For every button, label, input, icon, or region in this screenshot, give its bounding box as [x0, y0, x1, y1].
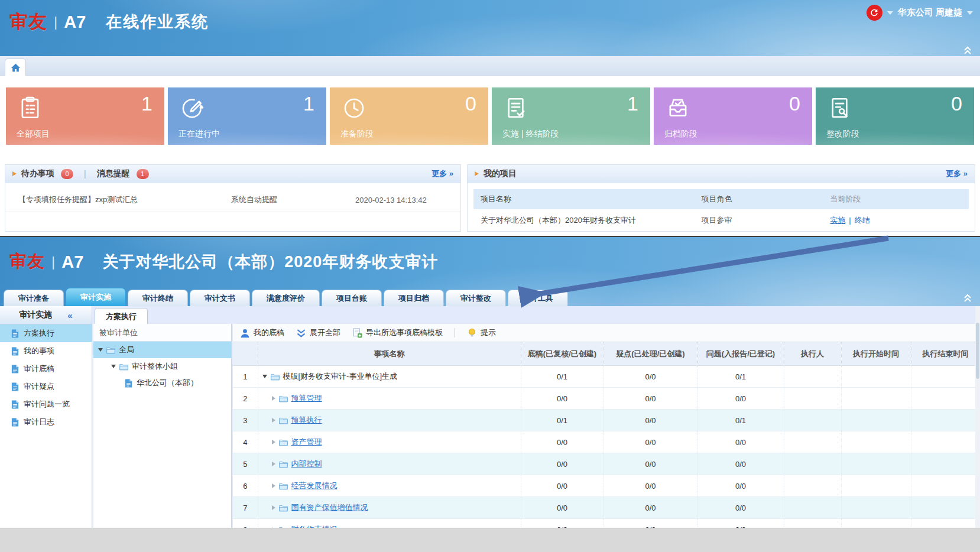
cell-end-time: [911, 497, 980, 519]
matter-row[interactable]: 3预算执行0/10/00/1: [233, 410, 980, 431]
collapsed-caret-icon[interactable]: [272, 483, 275, 488]
matter-name[interactable]: 国有资产保值增值情况: [291, 502, 368, 513]
matter-row[interactable]: 5内部控制0/00/00/0: [233, 453, 980, 475]
sidebar-item[interactable]: 我的事项: [0, 342, 92, 360]
stage-conclude-link[interactable]: 终结: [855, 216, 870, 225]
stat-card[interactable]: 0准备阶段: [330, 87, 488, 145]
matter-row[interactable]: 7国有资产保值增值情况0/00/00/0: [233, 497, 980, 519]
matter-name[interactable]: 模版[财务收支审计-事业单位]生成: [283, 371, 398, 382]
row-number: 7: [233, 497, 258, 519]
user-name[interactable]: 华东公司 周建婕: [898, 7, 962, 18]
sidebar-item[interactable]: 审计日志: [0, 413, 92, 431]
sidebar-item[interactable]: 审计底稿: [0, 360, 92, 378]
todo-more-link[interactable]: 更多 »: [431, 168, 453, 179]
column-header[interactable]: 疑点(已处理/已创建): [603, 342, 697, 366]
stat-card[interactable]: 1正在进行中: [168, 87, 326, 145]
collapsed-caret-icon[interactable]: [272, 418, 275, 423]
project-content: 审计实施 « 方案执行我的事项审计底稿审计疑点审计问题一览审计日志 方案执行 被…: [0, 306, 980, 528]
cell-doubts: 0/0: [603, 366, 697, 388]
document-icon: [11, 400, 20, 409]
matter-name[interactable]: 经营发展情况: [291, 480, 338, 491]
collapsed-caret-icon[interactable]: [272, 440, 275, 444]
tip-icon: [467, 328, 477, 338]
stage-implement-link[interactable]: 实施: [830, 216, 845, 225]
caret-down-icon[interactable]: [887, 11, 893, 15]
project-tab[interactable]: 项目台账: [322, 290, 382, 306]
matter-row[interactable]: 6经营发展情况0/00/00/0: [233, 475, 980, 497]
project-tab[interactable]: 审计文书: [190, 290, 250, 306]
row-number: 1: [233, 366, 258, 388]
collapsed-caret-icon[interactable]: [272, 462, 275, 466]
project-tab[interactable]: 审计终结: [128, 290, 188, 306]
toolbar-button[interactable]: 我的底稿: [240, 327, 284, 338]
sidebar-collapse-icon[interactable]: «: [67, 310, 72, 320]
rectify-stage-icon: [828, 96, 852, 121]
matter-name[interactable]: 内部控制: [291, 459, 322, 469]
matter-name-cell: 内部控制: [259, 459, 520, 469]
column-header[interactable]: 执行结束时间: [911, 342, 980, 366]
tab-home[interactable]: [5, 59, 26, 76]
cell-start-time: [841, 475, 911, 497]
column-header[interactable]: 底稿(已复核/已创建): [521, 342, 603, 366]
matter-name[interactable]: 预算管理: [291, 393, 322, 404]
matter-name[interactable]: 预算执行: [291, 415, 322, 426]
collapse-tabs-icon[interactable]: [962, 293, 973, 303]
caret-down-icon[interactable]: [967, 11, 973, 15]
stat-card[interactable]: 1全部项目: [6, 87, 164, 145]
expanded-caret-icon[interactable]: [262, 375, 267, 378]
tree-node[interactable]: 华北公司（本部）: [93, 375, 231, 391]
matter-row[interactable]: 2预算管理0/00/00/0: [233, 388, 980, 410]
unit-tree: 全局审计整体小组华北公司（本部）: [93, 342, 231, 391]
stat-card[interactable]: 0归档阶段: [654, 87, 812, 145]
column-header[interactable]: 执行开始时间: [841, 342, 911, 366]
message-row[interactable]: 【专项填报任务提醒】zxp测试汇总 系统自动提醒 2020-02-13 14:1…: [5, 188, 460, 212]
expanded-caret-icon[interactable]: [111, 365, 116, 368]
refresh-button[interactable]: [867, 5, 882, 21]
projects-more-link[interactable]: 更多 »: [946, 168, 968, 179]
scrollbar-thumb[interactable]: [976, 323, 979, 379]
toolbar-button[interactable]: 导出所选事项底稿模板: [352, 327, 443, 338]
brand-divider: |: [51, 254, 55, 270]
project-tab[interactable]: 项目归档: [384, 290, 444, 306]
project-tab[interactable]: 审计实施: [66, 288, 126, 306]
toolbar-button[interactable]: 展开全部: [296, 327, 340, 338]
column-header[interactable]: 问题(入报告/已登记): [697, 342, 784, 366]
project-tab[interactable]: 审计整改: [446, 290, 506, 306]
collapsed-caret-icon[interactable]: [272, 396, 275, 401]
vertical-scrollbar[interactable]: [975, 306, 980, 528]
message-title[interactable]: 【专项填报任务提醒】zxp测试汇总: [5, 194, 231, 205]
sidebar-item[interactable]: 审计问题一览: [0, 395, 92, 413]
project-tab[interactable]: 审计准备: [4, 290, 64, 306]
tree-node[interactable]: 审计整体小组: [93, 358, 231, 375]
matter-name[interactable]: 资产管理: [291, 437, 322, 447]
cell-executor: [784, 410, 841, 431]
project-name[interactable]: 关于对华北公司（本部）2020年财务收支审计: [473, 215, 701, 226]
project-tab[interactable]: 审计工具: [508, 290, 568, 306]
expanded-caret-icon[interactable]: [98, 348, 103, 352]
stat-label: 实施 | 终结阶段: [502, 129, 559, 139]
tree-node[interactable]: 全局: [93, 342, 231, 358]
collapse-header-icon[interactable]: [962, 46, 973, 55]
sidebar-item[interactable]: 方案执行: [0, 324, 92, 342]
tab-separator: |: [84, 169, 86, 178]
tab-todo-items[interactable]: 待办事项: [21, 168, 54, 179]
tab-plan-execution[interactable]: 方案执行: [95, 308, 148, 324]
project-window-header: 审友 | A7 关于对华北公司（本部）2020年财务收支审计 审计准备审计实施审…: [0, 236, 980, 306]
column-header[interactable]: 执行人: [784, 342, 841, 366]
sidebar-item[interactable]: 审计疑点: [0, 378, 92, 395]
stat-card[interactable]: 0整改阶段: [816, 87, 974, 145]
stat-card[interactable]: 1实施 | 终结阶段: [492, 87, 650, 145]
sidebar-item-label: 我的事项: [24, 346, 54, 356]
tab-message-reminders[interactable]: 消息提醒: [97, 168, 130, 179]
cell-end-time: [911, 388, 980, 410]
matter-row[interactable]: 1模版[财务收支审计-事业单位]生成0/10/00/1: [233, 366, 980, 388]
column-current-stage: 当前阶段: [830, 194, 969, 204]
cell-drafts: 0/0: [521, 497, 603, 519]
column-header[interactable]: 事项名称: [258, 342, 521, 366]
matter-row[interactable]: 4资产管理0/00/00/0: [233, 431, 980, 453]
toolbar-button[interactable]: 提示: [467, 327, 496, 338]
project-tab[interactable]: 满意度评价: [252, 290, 320, 306]
collapsed-caret-icon[interactable]: [272, 505, 275, 510]
project-row[interactable]: 关于对华北公司（本部）2020年财务收支审计 项目参审 实施|终结: [473, 209, 969, 232]
matter-name-cell: 经营发展情况: [259, 480, 520, 491]
